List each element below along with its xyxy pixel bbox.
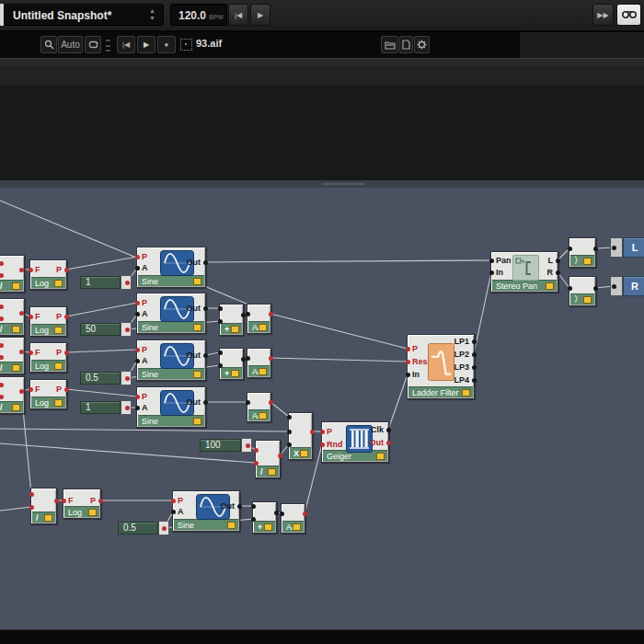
port-div-6-0[interactable] (29, 492, 34, 497)
port-ae-3-0[interactable] (246, 400, 250, 405)
port-terminal-out-l[interactable] (612, 246, 616, 250)
value-box-const-05b[interactable]: 0.5 (118, 522, 158, 535)
module-indicator[interactable] (259, 368, 267, 375)
port-mult-0[interactable] (287, 415, 292, 420)
port-ae-4-1[interactable] (303, 512, 307, 516)
module-indicator[interactable] (300, 450, 308, 457)
module-indicator[interactable] (54, 280, 63, 287)
toolbar-grip[interactable] (106, 40, 111, 52)
port-add-1-0[interactable] (218, 306, 223, 311)
port-div-6-2[interactable] (54, 499, 59, 503)
port-stereo-pan-R[interactable] (556, 270, 560, 275)
auto-button[interactable]: Auto (58, 36, 83, 53)
port-log-3-P[interactable] (64, 351, 69, 355)
port-ae-2-1[interactable] (269, 356, 273, 361)
port-sine-4-P[interactable] (135, 395, 140, 399)
port-const-100[interactable] (246, 443, 250, 448)
wire[interactable] (0, 507, 31, 511)
module-indicator[interactable] (293, 523, 301, 531)
module-log-2[interactable]: Log (29, 306, 67, 337)
module-combine-r[interactable]: 〉 (569, 276, 596, 306)
port-add-3-0[interactable] (251, 504, 256, 509)
value-box-const-1a[interactable]: 1 (80, 276, 121, 289)
port-log-3-F[interactable] (29, 351, 33, 355)
port-log-5-P[interactable] (98, 499, 103, 503)
fast-forward-button[interactable]: ▶▶ (592, 4, 614, 26)
port-ladder-filter-LP2[interactable] (472, 352, 477, 357)
port-sine-4-Out[interactable] (203, 400, 208, 405)
port-const-05a[interactable] (125, 376, 130, 381)
module-indicator[interactable] (193, 324, 201, 331)
module-div-6[interactable]: / (30, 488, 57, 524)
snapshot-spinner-icon[interactable]: ▲▼ (149, 7, 155, 22)
value-box-const-50[interactable]: 50 (80, 323, 121, 336)
port-combine-r-1[interactable] (593, 286, 598, 291)
port-div-5-0[interactable] (254, 448, 259, 453)
port-div-5-2[interactable] (278, 454, 282, 458)
wire[interactable] (270, 402, 289, 417)
tempo-reset-button[interactable]: |◀ (228, 4, 248, 26)
port-ladder-filter-LP4[interactable] (472, 378, 477, 383)
port-log-2-F[interactable] (29, 315, 33, 319)
wire[interactable] (66, 303, 137, 316)
port-sine-1-Out[interactable] (203, 260, 208, 265)
sample-drag-icon[interactable] (180, 39, 192, 51)
port-ladder-filter-Res[interactable] (406, 360, 410, 364)
port-sine-3-A[interactable] (135, 359, 140, 363)
output-terminal-out-r[interactable]: R (623, 276, 644, 296)
module-indicator[interactable] (376, 453, 385, 460)
wire[interactable] (66, 257, 137, 270)
port-div-5-1[interactable] (254, 461, 259, 466)
module-indicator[interactable] (264, 523, 272, 531)
module-indicator[interactable] (54, 327, 63, 334)
zoom-tool-button[interactable] (40, 36, 57, 53)
module-div-2[interactable]: / (0, 298, 25, 336)
port-sine-2-Out[interactable] (203, 306, 208, 311)
module-indicator[interactable] (231, 326, 239, 333)
splitter-handle[interactable] (0, 180, 644, 188)
port-add-3-2[interactable] (274, 511, 279, 515)
settings-button[interactable] (414, 36, 430, 53)
port-mult-3[interactable] (310, 430, 315, 434)
port-sine-3-Out[interactable] (203, 353, 208, 358)
port-sine-5-Out[interactable] (237, 504, 242, 509)
port-sine-2-A[interactable] (135, 312, 140, 316)
port-mult-1[interactable] (287, 430, 292, 434)
bpm-display[interactable]: 120.0BPM (170, 4, 227, 26)
module-indicator[interactable] (12, 364, 20, 372)
module-indicator[interactable] (54, 362, 63, 370)
port-div-1-2[interactable] (19, 268, 24, 272)
module-indicator[interactable] (259, 324, 267, 331)
module-log-4[interactable]: Log (29, 379, 67, 409)
port-log-5-F[interactable] (62, 499, 66, 503)
module-ae-1[interactable]: A/E (247, 304, 271, 334)
value-box-const-1b[interactable]: 1 (80, 401, 121, 414)
record-button[interactable]: ● (157, 36, 176, 53)
module-indicator[interactable] (12, 404, 20, 411)
open-folder-button[interactable] (381, 36, 398, 53)
port-const-1a[interactable] (125, 281, 130, 285)
module-indicator[interactable] (583, 258, 592, 265)
module-log-1[interactable]: Log (29, 259, 67, 290)
snapshot-combo[interactable]: Untitled Snapshot* ▲▼ (4, 4, 164, 26)
port-ae-2-0[interactable] (246, 356, 250, 361)
tempo-play-button[interactable]: ▶ (250, 4, 270, 26)
module-combine-l[interactable]: 〉 (569, 237, 596, 268)
module-div-3[interactable]: / (0, 337, 25, 374)
port-sine-4-A[interactable] (135, 406, 140, 410)
module-ae-3[interactable]: A/E (247, 392, 271, 422)
port-ladder-filter-LP3[interactable] (472, 365, 477, 370)
value-box-const-100[interactable]: 100 (200, 439, 241, 452)
output-terminal-out-l[interactable]: L (623, 237, 644, 258)
module-indicator[interactable] (546, 282, 554, 290)
loop-button[interactable] (85, 36, 101, 53)
port-log-4-P[interactable] (64, 387, 69, 392)
port-ae-4-0[interactable] (280, 512, 284, 516)
module-indicator[interactable] (88, 509, 97, 516)
port-geiger-Clk[interactable] (386, 428, 391, 432)
tape-recorder-button[interactable] (616, 4, 641, 26)
module-indicator[interactable] (12, 326, 20, 333)
port-log-1-F[interactable] (29, 268, 33, 272)
port-sine-5-A[interactable] (171, 510, 176, 514)
port-combine-l-0[interactable] (568, 247, 572, 251)
